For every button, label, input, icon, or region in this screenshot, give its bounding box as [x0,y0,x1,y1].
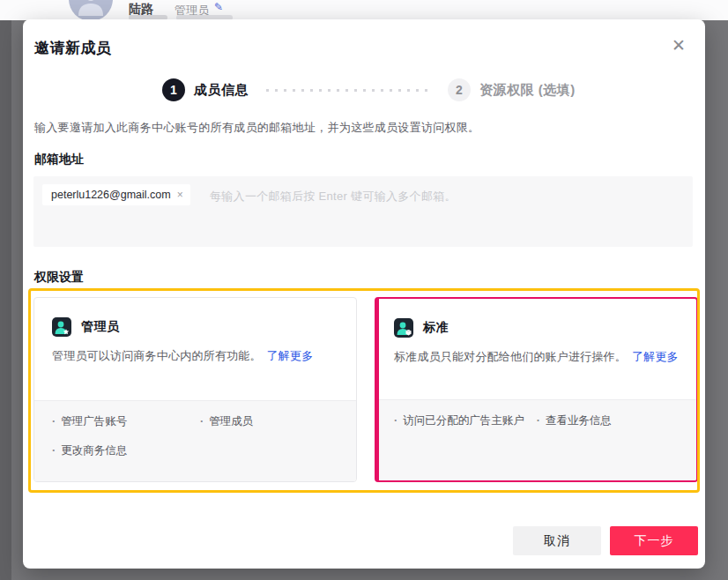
dialog-title: 邀请新成员 [34,38,112,58]
backdrop-left-strip [0,0,11,580]
role-card-description: 标准成员只能对分配给他们的账户进行操作。了解更多 [394,349,679,365]
role-card-title: 标准 [423,320,449,336]
step-indicator: 1 成员信息 2 资源权限 (选填) [162,78,576,102]
learn-more-link[interactable]: 了解更多 [632,350,679,363]
step-2-circle: 2 [448,78,471,101]
learn-more-link[interactable]: 了解更多 [267,349,314,362]
step-1-circle: 1 [162,78,185,101]
person-silhouette-icon [77,0,105,16]
role-card-admin[interactable]: 管理员 管理员可以访问商务中心内的所有功能。了解更多 管理广告账号 管理成员 更… [33,297,357,482]
admin-role-icon [52,317,71,337]
permission-bullet: 管理成员 [200,414,338,429]
role-card-bullets: 管理广告账号 管理成员 更改商务信息 [34,400,356,481]
next-step-button[interactable]: 下一步 [610,526,698,555]
step-2-label: 资源权限 (选填) [479,82,576,99]
role-card-description-text: 管理员可以访问商务中心内的所有功能。 [52,349,262,362]
chip-remove-icon[interactable]: × [177,189,183,201]
permission-bullet: 更改商务信息 [52,443,200,458]
cancel-button[interactable]: 取消 [513,526,601,555]
permissions-section-label: 权限设置 [34,270,84,286]
role-card-header: 标准 [394,318,696,338]
permission-bullet: 访问已分配的广告主账户 [394,413,524,428]
role-card-description: 管理员可以访问商务中心内的所有功能。了解更多 [52,348,338,364]
role-card-standard[interactable]: 标准 标准成员只能对分配给他们的账户进行操作。了解更多 访问已分配的广告主账户 … [375,297,698,482]
role-card-title: 管理员 [81,319,120,335]
avatar [69,0,113,20]
step-separator-dots [266,89,432,92]
email-input-placeholder: 每输入一个邮箱后按 Enter 键可输入多个邮箱。 [210,189,457,204]
email-input[interactable]: peterlu1226@gmail.com × 每输入一个邮箱后按 Enter … [33,176,693,247]
invite-member-dialog: 邀请新成员 ✕ 1 成员信息 2 资源权限 (选填) 输入要邀请加入此商务中心账… [23,19,705,569]
email-section-label: 邮箱地址 [34,152,84,167]
email-chip: peterlu1226@gmail.com × [42,184,190,205]
email-chip-value: peterlu1226@gmail.com [51,189,171,201]
close-icon[interactable]: ✕ [672,37,686,54]
standard-role-icon [394,318,413,338]
step-1-label: 成员信息 [194,82,249,99]
role-card-header: 管理员 [52,317,356,337]
role-card-bullets: 访问已分配的广告主账户 查看业务信息 [379,399,696,480]
permission-bullet: 管理广告账号 [52,414,200,429]
background-page-header: 陆路 管理员 ✎ [0,0,728,20]
permission-bullet: 查看业务信息 [537,413,612,428]
dialog-description: 输入要邀请加入此商务中心账号的所有成员的邮箱地址，并为这些成员设置访问权限。 [34,120,669,136]
role-card-description-text: 标准成员只能对分配给他们的账户进行操作。 [394,350,627,363]
edit-icon: ✎ [214,1,223,13]
